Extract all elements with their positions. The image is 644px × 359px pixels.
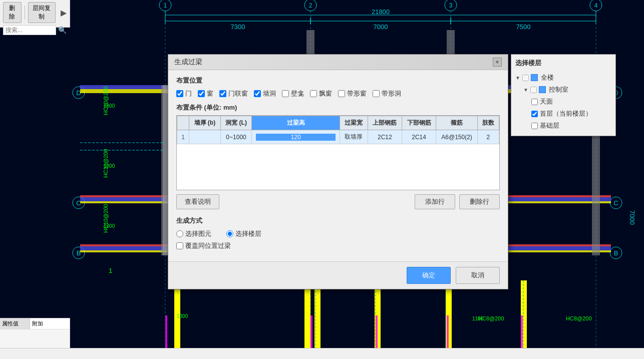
checkbox-wall-cabinet-label: 壁龛 [291, 89, 304, 98]
checkbox-cover-input[interactable] [176, 242, 183, 249]
search-input[interactable] [3, 25, 56, 35]
conditions-table: 墙厚 (b) 洞宽 (L) 过梁高 过梁宽 上部钢筋 下部钢筋 箍筋 肢数 1 [177, 116, 499, 144]
floor-icon-control [539, 86, 546, 93]
col-header-wall-thickness: 墙厚 (b) [189, 116, 221, 130]
floor-item-top[interactable]: 天面 [531, 96, 611, 108]
confirm-button[interactable]: 确定 [407, 267, 451, 284]
checkbox-doorwindow-input[interactable] [219, 90, 226, 97]
floor-label-top: 天面 [540, 97, 553, 106]
checkbox-window-label: 窗 [207, 89, 213, 98]
floor-label-first: 首层（当前楼层） [540, 109, 592, 118]
copy-button[interactable]: 层间复制 [28, 2, 56, 23]
prop-val-1: 附加 [30, 318, 70, 329]
checkbox-bay-door-label: 带形洞 [382, 89, 401, 98]
checkbox-bay-door[interactable]: 带形洞 [373, 89, 401, 98]
checkbox-cover-overlap[interactable]: 覆盖同位置过梁 [176, 241, 500, 250]
delete-row-button[interactable]: 删除行 [459, 194, 500, 209]
checkbox-floating-window-label: 飘窗 [319, 89, 332, 98]
cancel-button[interactable]: 取消 [456, 267, 500, 284]
svg-rect-56 [304, 280, 310, 350]
dialog-title: 生成过梁 [174, 58, 202, 67]
floor-item-all[interactable]: ▼ 全楼 [515, 72, 611, 84]
conditions-table-container[interactable]: 墙厚 (b) 洞宽 (L) 过梁高 过梁宽 上部钢筋 下部钢筋 箍筋 肢数 1 [176, 115, 500, 190]
dialog-titlebar: 生成过梁 × [168, 55, 508, 70]
col-header-limb-count: 肢数 [477, 116, 499, 130]
help-button[interactable]: 查看说明 [176, 194, 219, 209]
placement-section-label: 布置位置 [176, 76, 500, 85]
col-header-top-rebar: 上部钢筋 [368, 116, 402, 130]
delete-button[interactable]: 删除 [3, 2, 22, 23]
beam-height-input[interactable] [256, 134, 336, 141]
checkbox-door[interactable]: 门 [176, 89, 192, 98]
cell-wall-thickness[interactable] [189, 130, 221, 144]
cell-beam-width[interactable]: 取墙厚 [340, 130, 368, 144]
cell-top-rebar[interactable]: 2C12 [368, 130, 402, 144]
checkbox-wall-opening-label: 墙洞 [263, 89, 276, 98]
tree-arrow-control: ▼ [523, 87, 528, 93]
floor-panel-title: 选择楼层 [515, 59, 611, 68]
checkbox-floating-window-input[interactable] [310, 90, 317, 97]
checkbox-window[interactable]: 窗 [198, 89, 213, 98]
svg-text:1300: 1300 [104, 103, 115, 109]
cell-stirrup[interactable]: A6@150(2) [436, 130, 478, 144]
add-row-button[interactable]: 添加行 [415, 194, 455, 209]
cell-limb-count[interactable]: 2 [477, 130, 499, 144]
svg-text:1: 1 [109, 267, 112, 274]
radio-select-element-input[interactable] [176, 230, 183, 237]
checkbox-door-input[interactable] [176, 90, 183, 97]
col-header-stirrup: 箍筋 [436, 116, 478, 130]
checkbox-doorwindow[interactable]: 门联窗 [219, 89, 248, 98]
radio-select-element-label: 选择图元 [185, 229, 211, 238]
radio-select-floor-input[interactable] [226, 230, 233, 237]
svg-text:4: 4 [594, 2, 598, 9]
radio-select-floor-label: 选择楼层 [235, 229, 261, 238]
svg-text:1100: 1100 [472, 316, 484, 321]
gen-method-radios: 选择图元 选择楼层 [176, 229, 500, 238]
floor-label-all: 全楼 [541, 73, 554, 82]
radio-select-element[interactable]: 选择图元 [176, 229, 211, 238]
svg-text:21800: 21800 [372, 8, 390, 16]
checkbox-wall-opening-input[interactable] [254, 90, 261, 97]
dialog-body: 布置位置 门 窗 门联窗 墙洞 壁龛 [168, 70, 508, 261]
cell-beam-height[interactable] [252, 130, 340, 144]
svg-text:3: 3 [449, 2, 453, 9]
prop-key-1: 属性值 [0, 318, 30, 329]
floor-checkbox-top[interactable] [531, 99, 538, 105]
checkbox-bay-window-input[interactable] [338, 90, 345, 97]
table-row[interactable]: 1 0~1000 取墙厚 2C12 2C14 A6@150(2) 2 [177, 130, 499, 144]
radio-select-floor[interactable]: 选择楼层 [226, 229, 261, 238]
dialog-footer: 确定 取消 [168, 261, 508, 289]
col-header-beam-height: 过梁高 [252, 116, 340, 130]
floor-checkbox-control[interactable] [530, 87, 537, 93]
floor-item-first[interactable]: 首层（当前楼层） [531, 108, 611, 120]
floor-item-foundation[interactable]: 基础层 [531, 120, 611, 132]
checkbox-doorwindow-label: 门联窗 [228, 89, 248, 98]
checkbox-bay-door-input[interactable] [373, 90, 380, 97]
floor-item-control[interactable]: ▼ 控制室 [523, 84, 611, 96]
generate-beam-dialog: 生成过梁 × 布置位置 门 窗 门联窗 墙洞 [168, 54, 508, 289]
svg-text:HC10@200: HC10@200 [103, 86, 109, 115]
floor-checkbox-foundation[interactable] [531, 123, 538, 129]
checkbox-floating-window[interactable]: 飘窗 [310, 89, 332, 98]
status-bar [0, 348, 644, 359]
svg-text:1300: 1300 [104, 223, 115, 229]
checkbox-wall-opening[interactable]: 墙洞 [254, 89, 276, 98]
checkbox-wall-cabinet-input[interactable] [282, 90, 289, 97]
checkbox-window-input[interactable] [198, 90, 205, 97]
col-header-bottom-rebar: 下部钢筋 [402, 116, 436, 130]
checkbox-door-label: 门 [185, 89, 192, 98]
svg-text:7300: 7300 [231, 23, 245, 31]
floor-checkbox-all[interactable] [522, 75, 529, 81]
svg-text:7000: 7000 [628, 210, 636, 225]
prop-row-1: 属性值 附加 [0, 318, 70, 329]
cell-bottom-rebar[interactable]: 2C14 [402, 130, 436, 144]
floor-label-control: 控制室 [549, 85, 568, 94]
cell-opening-width[interactable]: 0~1000 [220, 130, 252, 144]
dialog-close-button[interactable]: × [493, 58, 502, 67]
toolbar: 删除 层间复制 ▶ 🔍 [0, 0, 70, 28]
checkbox-wall-cabinet[interactable]: 壁龛 [282, 89, 304, 98]
col-header-rownum [177, 116, 189, 130]
tree-arrow-all: ▼ [515, 75, 520, 81]
floor-checkbox-first[interactable] [531, 111, 538, 117]
checkbox-bay-window[interactable]: 带形窗 [338, 89, 367, 98]
